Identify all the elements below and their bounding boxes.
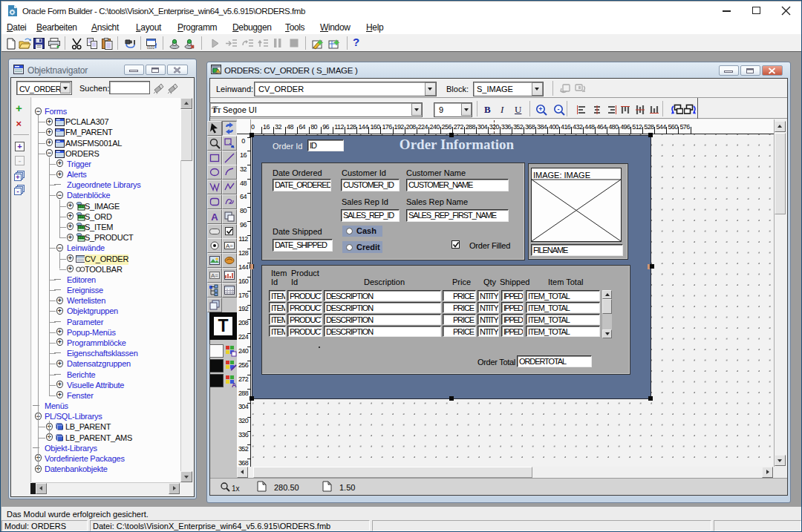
svg-text:A=: A= (211, 272, 218, 279)
svg-text:-: - (558, 105, 560, 113)
svg-text:A: A (211, 211, 218, 223)
svg-text:0101: 0101 (147, 46, 155, 50)
svg-text:A=: A= (226, 243, 233, 249)
svg-text:+: + (538, 105, 542, 113)
svg-text:A: A (232, 381, 237, 387)
